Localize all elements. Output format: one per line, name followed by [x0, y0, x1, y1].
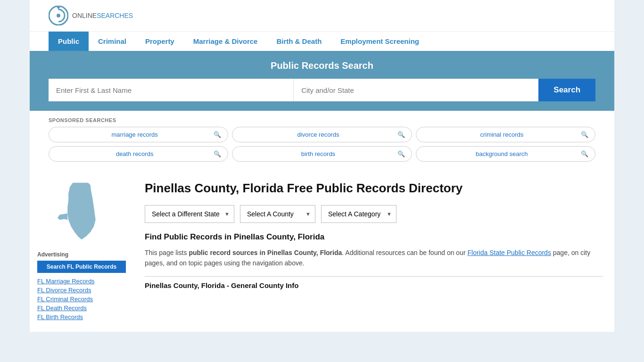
page-title: Pinellas County, Florida Free Public Rec… [145, 181, 603, 197]
nav-marriage-divorce[interactable]: Marriage & Divorce [184, 32, 267, 51]
header: ONLINESEARCHES [30, 0, 614, 31]
sponsored-grid: marriage records 🔍 divorce records 🔍 cri… [49, 127, 595, 162]
desc-link[interactable]: Florida State Public Records [467, 249, 551, 256]
sponsored-text-marriage: marriage records [56, 131, 214, 138]
state-dropdown[interactable]: Select a Different State [145, 205, 234, 223]
search-icon-background: 🔍 [581, 150, 588, 157]
sponsored-item-death[interactable]: death records 🔍 [49, 146, 228, 162]
svg-point-1 [57, 14, 60, 17]
find-title: Find Public Records in Pinellas County, … [145, 232, 603, 242]
sponsored-text-divorce: divorce records [239, 131, 397, 138]
logo: ONLINESEARCHES [49, 6, 133, 25]
sponsored-label: SPONSORED SEARCHES [49, 117, 595, 123]
sponsored-item-marriage[interactable]: marriage records 🔍 [49, 127, 228, 142]
search-icon-divorce: 🔍 [397, 131, 405, 138]
name-input[interactable] [49, 79, 294, 101]
category-dropdown-wrapper: Select A Category [321, 205, 396, 223]
location-input[interactable] [294, 79, 538, 101]
sponsored-text-criminal: criminal records [423, 131, 581, 138]
logo-text: ONLINESEARCHES [72, 12, 133, 19]
state-dropdown-wrapper: Select a Different State [145, 205, 234, 223]
sidebar-link-criminal[interactable]: FL Criminal Records [37, 296, 126, 303]
sponsored-item-divorce[interactable]: divorce records 🔍 [232, 127, 412, 142]
logo-icon [49, 6, 68, 25]
sponsored-item-criminal[interactable]: criminal records 🔍 [416, 127, 595, 142]
nav-birth-death[interactable]: Birth & Death [267, 32, 331, 51]
search-icon-birth: 🔍 [397, 150, 405, 157]
search-banner: Public Records Search Search [30, 51, 614, 111]
sidebar-link-marriage[interactable]: FL Marriage Records [37, 278, 126, 285]
content-area: Pinellas County, Florida Free Public Rec… [133, 171, 614, 332]
search-icon-criminal: 🔍 [581, 131, 588, 138]
main-nav: Public Criminal Property Marriage & Divo… [30, 31, 614, 51]
sidebar-link-birth[interactable]: FL Birth Records [37, 313, 126, 321]
sponsored-text-death: death records [56, 150, 214, 157]
sponsored-text-birth: birth records [239, 150, 397, 157]
nav-public[interactable]: Public [49, 32, 89, 51]
sidebar-link-divorce[interactable]: FL Divorce Records [37, 287, 126, 294]
sponsored-section: SPONSORED SEARCHES marriage records 🔍 di… [30, 111, 614, 162]
nav-criminal[interactable]: Criminal [89, 32, 136, 51]
main-container: Advertising Search FL Public Records FL … [30, 171, 614, 332]
desc-part1: This page lists [145, 249, 189, 256]
search-icon-marriage: 🔍 [214, 131, 221, 138]
sidebar-link-death[interactable]: FL Death Records [37, 304, 126, 312]
advertising-label: Advertising [37, 251, 126, 258]
category-dropdown[interactable]: Select A Category [321, 205, 396, 223]
sponsored-item-background[interactable]: background search 🔍 [416, 146, 595, 162]
desc-part2: . Additional resources can be found on o… [342, 249, 467, 256]
county-dropdown[interactable]: Select A County [240, 205, 315, 223]
sponsored-text-background: background search [423, 150, 581, 157]
description-text: This page lists public record sources in… [145, 247, 603, 269]
search-button[interactable]: Search [538, 79, 595, 101]
sidebar: Advertising Search FL Public Records FL … [30, 171, 133, 332]
sidebar-ad-button[interactable]: Search FL Public Records [37, 261, 126, 273]
florida-map [53, 181, 110, 242]
county-dropdown-wrapper: Select A County [240, 205, 315, 223]
dropdowns-row: Select a Different State Select A County… [145, 205, 603, 223]
sponsored-item-birth[interactable]: birth records 🔍 [232, 146, 412, 162]
nav-employment[interactable]: Employment Screening [331, 32, 429, 51]
search-banner-title: Public Records Search [49, 60, 595, 71]
general-county-title: Pinellas County, Florida - General Count… [145, 281, 603, 289]
desc-bold: public record sources in Pinellas County… [189, 249, 342, 256]
search-icon-death: 🔍 [214, 150, 221, 157]
nav-property[interactable]: Property [136, 32, 184, 51]
search-form: Search [49, 79, 595, 101]
section-divider [145, 276, 603, 277]
